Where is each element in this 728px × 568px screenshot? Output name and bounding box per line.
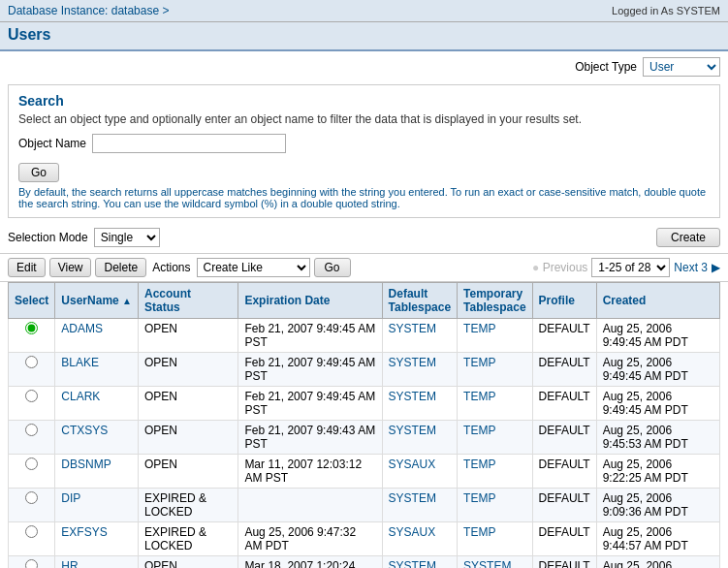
row-radio[interactable] — [25, 525, 38, 538]
profile-cell: DEFAULT — [532, 319, 596, 353]
account-status-cell: EXPIRED & LOCKED — [138, 489, 237, 522]
temporary-tablespace-link[interactable]: TEMP — [463, 525, 495, 539]
table-row: BLAKEOPENFeb 21, 2007 9:49:45 AM PSTSYST… — [9, 353, 720, 387]
created-cell: Aug 25, 2006 9:49:45 AM PDT — [596, 319, 719, 353]
temporary-tablespace-link[interactable]: TEMP — [463, 390, 495, 403]
username-link[interactable]: HR — [61, 559, 78, 568]
pagination: ● Previous 1-25 of 28 Next 3 ▶ — [532, 258, 720, 277]
table-row: EXFSYSEXPIRED & LOCKEDAug 25, 2006 9:47:… — [9, 522, 720, 556]
default-tablespace-link[interactable]: SYSTEM — [389, 424, 436, 437]
temporary-tablespace-cell: TEMP — [458, 319, 532, 353]
row-radio[interactable] — [25, 491, 38, 504]
default-tablespace-link[interactable]: SYSAUX — [389, 458, 436, 471]
actions-select[interactable]: Create Like Expire Password Lock Account… — [197, 258, 310, 277]
select-cell — [9, 556, 55, 569]
search-row: Object Name — [18, 134, 710, 153]
default-tablespace-link[interactable]: SYSAUX — [389, 525, 436, 539]
toolbar-left: Selection Mode Single Multiple — [8, 228, 160, 247]
row-radio[interactable] — [25, 559, 38, 568]
created-cell: Aug 25, 2006 9:22:25 AM PDT — [596, 455, 719, 489]
account-status-cell: EXPIRED & LOCKED — [138, 522, 237, 556]
username-link[interactable]: DIP — [61, 491, 80, 505]
username-cell: DBSNMP — [55, 455, 139, 489]
temporary-tablespace-cell: TEMP — [458, 353, 532, 387]
temporary-tablespace-link[interactable]: TEMP — [463, 322, 495, 335]
next-button[interactable]: Next 3 — [674, 261, 708, 274]
select-cell — [9, 522, 55, 556]
col-username[interactable]: UserName ▲ — [55, 283, 139, 319]
temporary-tablespace-cell: TEMP — [458, 421, 532, 455]
delete-button[interactable]: Delete — [95, 258, 146, 277]
row-radio[interactable] — [25, 458, 38, 470]
created-cell: Aug 25, 2006 9:49:45 AM PDT — [596, 387, 719, 421]
username-link[interactable]: CLARK — [61, 390, 100, 403]
col-created: Created — [596, 283, 719, 319]
temporary-tablespace-link[interactable]: TEMP — [463, 458, 495, 471]
sort-arrow: ▲ — [122, 296, 132, 306]
default-tablespace-cell: SYSTEM — [382, 353, 457, 387]
profile-cell: DEFAULT — [532, 387, 596, 421]
expiration-date-cell — [238, 489, 382, 522]
account-status-cell: OPEN — [138, 387, 237, 421]
expiration-date-cell: Feb 21, 2007 9:49:43 AM PST — [238, 421, 382, 455]
account-status-cell: OPEN — [138, 455, 237, 489]
default-tablespace-link[interactable]: SYSTEM — [389, 322, 436, 335]
created-cell: Aug 25, 2006 9:44:57 AM PDT — [596, 522, 719, 556]
object-name-input[interactable] — [92, 134, 286, 153]
row-radio[interactable] — [25, 356, 38, 368]
default-tablespace-link[interactable]: SYSTEM — [389, 559, 436, 568]
table-row: DIPEXPIRED & LOCKEDSYSTEMTEMPDEFAULTAug … — [9, 489, 720, 522]
edit-button[interactable]: Edit — [8, 258, 46, 277]
top-header: Database Instance: database > Logged in … — [0, 0, 728, 22]
create-button[interactable]: Create — [656, 228, 720, 247]
username-link[interactable]: CTXSYS — [61, 424, 108, 437]
created-cell: Aug 25, 2006 9:49:45 AM PDT — [596, 353, 719, 387]
col-select: Select — [9, 283, 55, 319]
username-link[interactable]: DBSNMP — [61, 458, 111, 471]
expiration-date-cell: Feb 21, 2007 9:49:45 AM PST — [238, 387, 382, 421]
temporary-tablespace-cell: TEMP — [458, 455, 532, 489]
default-tablespace-link[interactable]: SYSTEM — [389, 356, 436, 369]
default-tablespace-cell: SYSTEM — [382, 387, 457, 421]
expiration-date-cell: Aug 25, 2006 9:47:32 AM PDT — [238, 522, 382, 556]
username-cell: EXFSYS — [55, 522, 139, 556]
select-cell — [9, 455, 55, 489]
selection-mode-select[interactable]: Single Multiple — [94, 228, 160, 247]
temporary-tablespace-cell: TEMP — [458, 489, 532, 522]
default-tablespace-link[interactable]: SYSTEM — [389, 491, 436, 505]
users-table: Select UserName ▲ AccountStatus Expirati… — [8, 282, 720, 568]
table-row: HROPENMar 18, 2007 1:20:24 PM PDTSYSTEMS… — [9, 556, 720, 569]
select-cell — [9, 353, 55, 387]
temporary-tablespace-link[interactable]: TEMP — [463, 424, 495, 437]
view-button[interactable]: View — [49, 258, 92, 277]
default-tablespace-link[interactable]: SYSTEM — [389, 390, 436, 403]
object-type-row: Object Type User Role Profile — [0, 51, 728, 80]
page-title: Users — [8, 26, 50, 43]
username-link[interactable]: ADAMS — [61, 322, 103, 335]
row-radio[interactable] — [25, 390, 38, 402]
search-section: Search Select an object type and optiona… — [8, 84, 720, 218]
temporary-tablespace-link[interactable]: SYSTEM — [463, 559, 511, 568]
account-status-cell: OPEN — [138, 319, 237, 353]
expiration-date-cell: Mar 11, 2007 12:03:12 AM PST — [238, 455, 382, 489]
page-title-bar: Users — [0, 22, 728, 51]
default-tablespace-cell: SYSTEM — [382, 421, 457, 455]
col-temporary-tablespace: TemporaryTablespace — [458, 283, 532, 319]
username-link[interactable]: EXFSYS — [61, 525, 107, 539]
page-range-select[interactable]: 1-25 of 28 — [591, 258, 670, 277]
actions-go-button[interactable]: Go — [314, 258, 351, 277]
created-cell: Aug 25, 2006 9:09:36 AM PDT — [596, 489, 719, 522]
col-expiration-date: Expiration Date — [238, 283, 382, 319]
actions-bar: Edit View Delete Actions Create Like Exp… — [0, 254, 728, 282]
username-cell: ADAMS — [55, 319, 139, 353]
temporary-tablespace-link[interactable]: TEMP — [463, 356, 495, 369]
object-type-select[interactable]: User Role Profile — [643, 57, 720, 77]
created-cell: Aug 25, 2006 9:50:01 AM PDT — [596, 556, 719, 569]
temporary-tablespace-link[interactable]: TEMP — [463, 491, 495, 505]
prev-icon: ● — [532, 261, 539, 274]
search-title: Search — [18, 93, 710, 109]
search-go-button[interactable]: Go — [18, 163, 59, 182]
username-link[interactable]: BLAKE — [61, 356, 99, 369]
row-radio[interactable] — [25, 424, 38, 436]
row-radio[interactable] — [25, 322, 38, 334]
